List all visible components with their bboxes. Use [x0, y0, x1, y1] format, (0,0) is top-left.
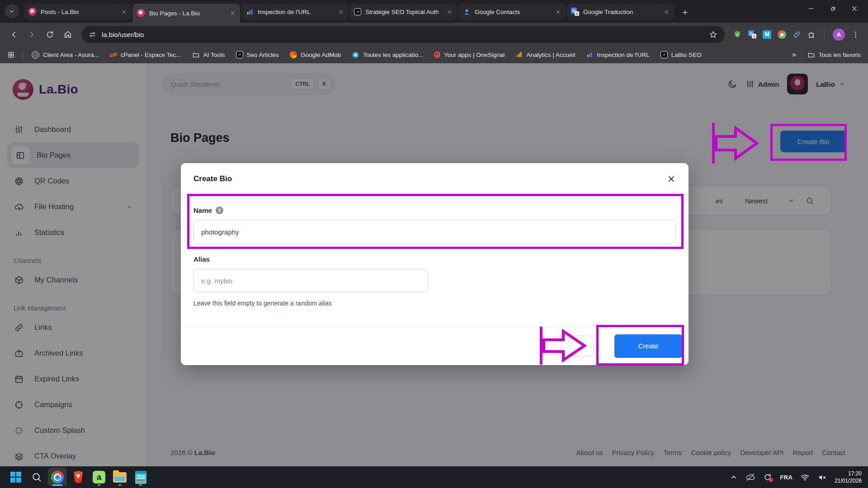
- tab-url-inspection[interactable]: Inspection de l'URL: [241, 4, 349, 20]
- tab-bio-pages[interactable]: Bio Pages - La.Bio: [132, 4, 240, 23]
- tab-close-icon[interactable]: [121, 9, 127, 15]
- name-field-label-row: Name ?: [193, 206, 676, 214]
- help-icon[interactable]: ?: [216, 206, 223, 214]
- modal-close-icon[interactable]: [667, 174, 676, 183]
- taskbar-clock[interactable]: 17:20 21/01/2026: [835, 470, 862, 484]
- tab-close-icon[interactable]: [338, 9, 344, 15]
- forward-icon[interactable]: [24, 26, 40, 42]
- bookmark-admob[interactable]: Google AdMob: [290, 51, 341, 58]
- alias-help-text: Leave this field empty to generate a ran…: [193, 300, 676, 307]
- name-label: Name: [193, 206, 212, 214]
- wifi-icon[interactable]: [800, 473, 810, 482]
- onesignal-icon: [434, 52, 440, 58]
- running-indicator: [52, 484, 62, 486]
- tab-google-contacts[interactable]: Google Contacts: [458, 4, 566, 20]
- bookmark-label: Toutes les applicatio...: [363, 52, 423, 58]
- back-icon[interactable]: [5, 26, 22, 42]
- window-close-button[interactable]: [844, 0, 865, 17]
- m-extension-icon[interactable]: M: [763, 30, 771, 39]
- chrome-icon: [51, 471, 64, 483]
- folder-icon: [807, 51, 815, 59]
- bookmark-label: AI Tools: [203, 52, 225, 58]
- bookmark-seo-articles[interactable]: Seo Articles: [236, 51, 279, 58]
- bookmarks-bar: Client Area - Asura... cPcPanel - Espace…: [0, 46, 868, 63]
- address-bar[interactable]: la.bio/user/bio: [81, 26, 725, 43]
- onedrive-paused-icon[interactable]: [745, 472, 755, 482]
- bookmark-client-area[interactable]: Client Area - Asura...: [32, 51, 99, 59]
- admob-icon: [290, 51, 297, 58]
- create-button[interactable]: Create: [614, 334, 682, 358]
- bookmark-url-inspection[interactable]: Inspection de l'URL: [586, 51, 650, 58]
- idm-extension-icon[interactable]: [778, 30, 786, 39]
- taskbar-app-a-button[interactable]: a: [90, 468, 108, 487]
- toolbar-divider: [824, 29, 825, 39]
- bookmarks-overflow-chevron[interactable]: »: [792, 51, 796, 59]
- apps-grid-icon[interactable]: [7, 51, 15, 59]
- name-input[interactable]: [193, 220, 676, 244]
- language-indicator[interactable]: FRA: [780, 474, 793, 481]
- modal-title: Create Bio: [193, 174, 232, 183]
- adblock-shield-icon[interactable]: [733, 30, 742, 39]
- extensions-puzzle-icon[interactable]: [807, 30, 816, 39]
- sync-alert-icon[interactable]: [763, 473, 772, 482]
- taskbar-notepad-button[interactable]: [131, 468, 150, 487]
- bookmark-toutes-apps[interactable]: Toutes les applicatio...: [352, 51, 423, 59]
- create-bio-modal: Create Bio Name ? Alias Leave this field…: [181, 163, 689, 365]
- bookmark-label: Seo Articles: [247, 52, 279, 58]
- tab-posts[interactable]: Posts - La.Bio: [24, 4, 132, 20]
- window-controls: [800, 0, 865, 17]
- translate-favicon: GA: [571, 8, 579, 16]
- folder-icon: [192, 51, 200, 59]
- running-indicator: [118, 484, 122, 486]
- taskbar-search-button[interactable]: [27, 468, 46, 487]
- browser-menu-kebab-icon[interactable]: [851, 30, 860, 39]
- tab-google-translate[interactable]: GA Google Traduction: [566, 4, 674, 20]
- tray-chevron-up-icon[interactable]: [730, 473, 738, 481]
- bookmark-label: LaBio SEO: [671, 52, 702, 58]
- window-restore-button[interactable]: [822, 0, 844, 17]
- taskbar-explorer-button[interactable]: [110, 468, 129, 487]
- bookmarks-divider: [802, 50, 802, 59]
- extensions-row: GA M A: [730, 28, 863, 41]
- window-minimize-button[interactable]: [800, 0, 822, 17]
- tab-close-icon[interactable]: [230, 10, 236, 16]
- translate-extension-icon[interactable]: GA: [748, 30, 756, 38]
- bookmark-onesignal[interactable]: Your apps | OneSignal: [434, 52, 505, 58]
- reload-icon[interactable]: [42, 26, 58, 42]
- tab-seo-strategy[interactable]: Stratégie SEO Topical Auth: [349, 4, 457, 20]
- tab-close-icon[interactable]: [447, 9, 453, 15]
- bookmark-cpanel[interactable]: cPcPanel - Espace Tec...: [110, 52, 181, 58]
- new-tab-button[interactable]: [678, 5, 692, 19]
- alias-label-row: Alias: [193, 255, 676, 263]
- link-extension-icon[interactable]: [793, 30, 801, 39]
- alias-input[interactable]: [193, 269, 428, 292]
- site-settings-icon[interactable]: [89, 31, 96, 38]
- a-app-icon: a: [93, 471, 105, 483]
- start-button[interactable]: [6, 468, 25, 487]
- alias-field: Alias: [193, 255, 676, 292]
- contacts-favicon: [462, 8, 471, 16]
- modal-footer: Cancel Create: [181, 326, 689, 365]
- browser-profile-avatar[interactable]: A: [833, 28, 845, 41]
- tab-search-chevron-icon[interactable]: [5, 4, 19, 19]
- translate-a: A: [575, 11, 579, 16]
- taskbar-chrome-button[interactable]: [48, 468, 67, 487]
- bookmark-analytics[interactable]: Analytics | Accueil: [515, 51, 575, 58]
- system-tray: FRA 17:20 21/01/2026: [730, 470, 862, 484]
- tab-close-icon[interactable]: [555, 9, 561, 15]
- cancel-button[interactable]: Cancel: [553, 336, 594, 357]
- all-bookmarks-label: Tous les favoris: [819, 52, 861, 58]
- all-bookmarks-button[interactable]: Tous les favoris: [807, 51, 861, 59]
- bookmark-star-icon[interactable]: [709, 30, 717, 39]
- cpanel-icon: cP: [110, 52, 117, 58]
- tab-title: Inspection de l'URL: [258, 9, 334, 15]
- tab-close-icon[interactable]: [664, 9, 670, 15]
- bookmarks-right-group: » Tous les favoris: [792, 50, 861, 59]
- home-icon[interactable]: [60, 26, 76, 42]
- export-icon: [236, 51, 243, 58]
- bookmark-labio-seo[interactable]: LaBio SEO: [660, 51, 702, 58]
- taskbar-brave-button[interactable]: [69, 468, 88, 487]
- bookmark-folder-ai-tools[interactable]: AI Tools: [192, 51, 225, 59]
- modal-header: Create Bio: [181, 163, 689, 195]
- volume-muted-icon[interactable]: [817, 473, 827, 482]
